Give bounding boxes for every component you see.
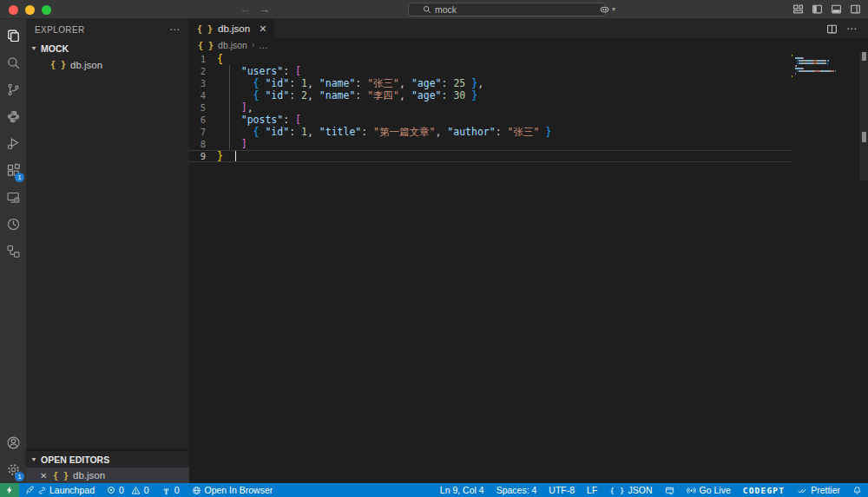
code-line[interactable]: 8 ] — [189, 138, 792, 150]
breadcrumb-more[interactable]: … — [259, 40, 268, 50]
launchpad-label: Launchpad — [49, 485, 95, 495]
sidebar-item-explorer[interactable] — [0, 23, 26, 49]
split-editor-icon[interactable] — [826, 23, 838, 35]
zoom-window-button[interactable] — [42, 5, 51, 15]
more-actions-icon[interactable]: ⋯ — [169, 23, 181, 36]
code-line[interactable]: 3 { "id": 1, "name": "张三", "age": 25 }, — [189, 77, 792, 89]
toggle-secondary-sidebar-icon[interactable] — [850, 3, 861, 15]
editor-group: { } db.json ✕ ⋯ { } db.json › … 1{2 "use… — [189, 19, 868, 483]
editor-scrollbar[interactable] — [859, 52, 868, 483]
cursor-position-item[interactable]: Ln 9, Col 4 — [434, 483, 490, 497]
code-line[interactable]: 2 "users": [ — [189, 65, 792, 77]
eol-item[interactable]: LF — [581, 483, 603, 497]
line-number: 5 — [189, 101, 217, 114]
codegpt-item[interactable]: CODEGPT — [737, 483, 791, 497]
folder-row-mock[interactable]: ▼ MOCK — [26, 40, 189, 56]
copilot-menu[interactable]: ▾ — [599, 3, 615, 15]
accounts-button[interactable] — [0, 429, 26, 456]
code-line[interactable]: 4 { "id": 2, "name": "李四", "age": 30 } — [189, 89, 792, 101]
code-line[interactable]: 9} — [189, 150, 792, 162]
sidebar-item-extensions[interactable]: 1 — [0, 157, 26, 184]
search-value: mock — [435, 4, 457, 15]
close-window-button[interactable] — [9, 5, 18, 15]
tab-dbjson[interactable]: { } db.json ✕ — [189, 19, 274, 38]
ports-item[interactable]: 0 — [155, 483, 186, 497]
line-number: 7 — [189, 126, 217, 138]
navigate-back-icon[interactable]: ← — [240, 3, 251, 16]
code-line[interactable]: 7 { "id": 1, "title": "第一篇文章", "author":… — [189, 126, 792, 138]
source-control-icon — [6, 82, 21, 97]
open-editors-header[interactable]: ▼ OPEN EDITORS — [26, 451, 189, 468]
window-icon — [665, 486, 674, 495]
sidebar-item-source-control[interactable] — [0, 76, 26, 103]
extensions-badge: 1 — [15, 173, 24, 182]
run-debug-icon — [6, 136, 21, 151]
go-live-item[interactable]: Go Live — [681, 483, 737, 497]
launchpad-item[interactable]: Launchpad — [19, 483, 101, 497]
command-center-search[interactable]: mock — [408, 3, 606, 16]
explorer-sidebar: EXPLORER ⋯ ▼ MOCK { } db.json ▼ OPEN EDI… — [26, 19, 189, 483]
close-tab-icon[interactable]: ✕ — [259, 23, 266, 35]
remote-indicator[interactable] — [0, 483, 19, 497]
window-controls[interactable] — [9, 5, 51, 15]
more-actions-icon[interactable]: ⋯ — [846, 23, 858, 35]
line-number: 8 — [189, 138, 217, 150]
chevron-down-icon: ▾ — [612, 5, 615, 13]
json-file-icon: { } — [50, 60, 66, 69]
line-number: 6 — [189, 114, 217, 126]
breadcrumb[interactable]: { } db.json › … — [189, 38, 868, 52]
prettier-item[interactable]: Prettier — [791, 483, 846, 497]
chevron-down-icon: ▼ — [30, 455, 38, 462]
line-number: 2 — [189, 65, 217, 77]
language-mode-item[interactable]: { } JSON — [603, 483, 658, 497]
minimize-window-button[interactable] — [25, 5, 35, 15]
line-number: 1 — [189, 53, 217, 65]
open-editor-file-name: db.json — [73, 470, 105, 481]
account-icon — [6, 435, 21, 450]
json-file-icon: { } — [197, 24, 213, 34]
sidebar-empty-space — [26, 73, 189, 451]
open-editor-row-dbjson[interactable]: ✕ { } db.json — [26, 468, 189, 483]
json-file-icon: { } — [53, 471, 69, 481]
sidebar-item-clock[interactable] — [0, 211, 26, 238]
code-line[interactable]: 1{ — [189, 53, 792, 65]
breadcrumb-file[interactable]: db.json — [218, 40, 247, 50]
chevron-down-icon: ▼ — [30, 44, 38, 51]
rocket-icon — [25, 486, 35, 495]
problems-item[interactable]: 0 0 — [101, 483, 155, 497]
toggle-panel-icon[interactable] — [831, 3, 842, 15]
braces-icon: { } — [609, 486, 624, 495]
encoding-item[interactable]: UTF-8 — [542, 483, 581, 497]
tab-bar: { } db.json ✕ ⋯ — [189, 19, 868, 38]
editor-content[interactable]: 1{2 "users": [3 { "id": 1, "name": "张三",… — [189, 52, 868, 483]
line-number: 3 — [189, 77, 217, 89]
folder-name: MOCK — [41, 43, 69, 54]
close-icon[interactable]: ✕ — [40, 471, 49, 481]
file-row-dbjson[interactable]: { } db.json — [26, 56, 189, 73]
notifications-item[interactable] — [846, 483, 868, 497]
code-area[interactable]: 1{2 "users": [3 { "id": 1, "name": "张三",… — [189, 52, 792, 483]
code-lines: 1{2 "users": [3 { "id": 1, "name": "张三",… — [189, 53, 792, 162]
sidebar-item-search[interactable] — [0, 49, 26, 76]
code-line[interactable]: 5 ], — [189, 101, 792, 114]
overview-ruler-mark — [862, 132, 866, 142]
overview-ruler-mark — [862, 52, 866, 61]
indentation-item[interactable]: Spaces: 4 — [490, 483, 543, 497]
sidebar-item-python[interactable] — [0, 103, 26, 130]
settings-badge: 1 — [15, 472, 24, 481]
customize-layout-icon[interactable] — [792, 3, 804, 15]
open-in-browser-item[interactable]: Open In Browser — [186, 483, 279, 497]
error-icon — [107, 486, 115, 494]
preview-item[interactable] — [659, 483, 681, 497]
sidebar-item-remote-explorer[interactable] — [0, 184, 26, 211]
sidebar-item-linked-squares[interactable] — [0, 238, 26, 265]
sidebar-item-run-debug[interactable] — [0, 130, 26, 157]
manage-settings-button[interactable]: 1 — [0, 456, 26, 483]
minimap[interactable] — [792, 52, 859, 483]
code-line[interactable]: 6 "posts": [ — [189, 114, 792, 126]
toggle-primary-sidebar-icon[interactable] — [812, 3, 823, 15]
line-number: 4 — [189, 89, 217, 101]
scrollbar-track[interactable] — [859, 52, 868, 180]
navigate-forward-icon[interactable]: → — [259, 3, 270, 16]
copilot-icon — [599, 3, 610, 15]
